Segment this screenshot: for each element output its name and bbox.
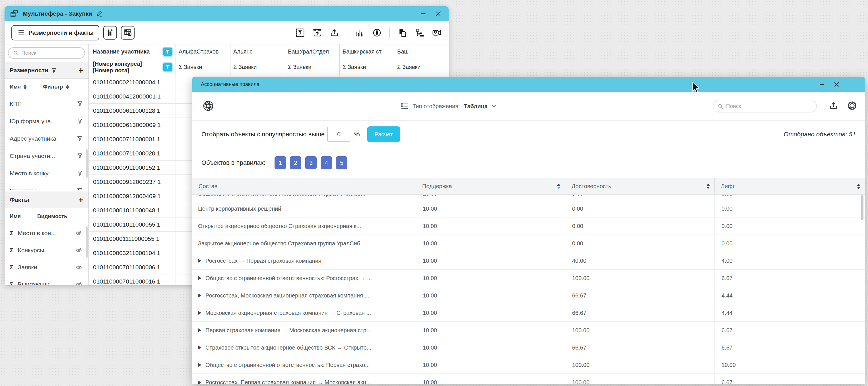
filter-icon[interactable]: [77, 153, 83, 159]
column-group-header[interactable]: БашУралОтдел: [285, 44, 339, 59]
expand-arrow-icon[interactable]: [198, 363, 202, 367]
sort-filter-icon[interactable]: [66, 85, 69, 89]
measure-header[interactable]: Σ Заявки: [285, 59, 339, 75]
dimensions-facts-button[interactable]: Размерности и факты: [11, 25, 99, 40]
sort-support-icon[interactable]: [557, 184, 560, 189]
filter-icon[interactable]: [77, 170, 83, 176]
column-header-composition[interactable]: Состав: [192, 178, 416, 195]
dimension-item[interactable]: Юр.форма уча...: [5, 113, 89, 130]
expand-arrow-icon[interactable]: [198, 381, 202, 384]
fact-item[interactable]: Σ Выигравши...: [5, 276, 89, 285]
popularity-input[interactable]: [328, 127, 350, 142]
export-icon[interactable]: [829, 101, 838, 111]
rule-size-button-1[interactable]: 1: [275, 156, 286, 169]
expand-arrow-icon[interactable]: [198, 294, 202, 297]
edit-title-icon[interactable]: [96, 10, 103, 17]
filter-area-icon[interactable]: [296, 28, 305, 37]
table-layout-button[interactable]: [121, 26, 134, 39]
table-row-clipped-bottom[interactable]: Росгосстрах, Первая страховая компания →…: [192, 374, 865, 384]
sort-name-icon[interactable]: [24, 85, 27, 89]
measure-header[interactable]: Σ Заявки: [339, 59, 394, 75]
hierarchy-icon[interactable]: [415, 28, 424, 37]
dialog-search[interactable]: [713, 100, 817, 113]
camera-eye-icon[interactable]: [432, 28, 442, 37]
table-row[interactable]: Центр корпоративных решений 10.00 0.00 0…: [192, 200, 865, 217]
dialog-search-input[interactable]: [726, 103, 812, 109]
eye-off-icon[interactable]: [75, 248, 82, 253]
fact-item[interactable]: Σ Место в кон...: [5, 225, 89, 242]
dimension-item[interactable]: Страна участн...: [5, 147, 89, 165]
sigma-icon: Σ: [10, 281, 13, 285]
dimensions-scrollbar[interactable]: [86, 149, 88, 178]
column-width-button[interactable]: [103, 26, 117, 39]
measure-header[interactable]: Σ Заявки: [230, 59, 285, 75]
expand-arrow-icon[interactable]: [198, 311, 202, 315]
close-icon[interactable]: [435, 11, 441, 17]
close-icon[interactable]: [834, 82, 839, 87]
filter-icon[interactable]: [77, 187, 83, 190]
table-row[interactable]: Первая страховая компания → Московская а…: [192, 322, 865, 339]
add-fact-button[interactable]: +: [78, 196, 83, 204]
table-row[interactable]: Росгосстрах, Московская акционерная стра…: [192, 287, 865, 304]
filter-button[interactable]: [162, 47, 173, 57]
minimize-icon[interactable]: [820, 84, 824, 85]
minimize-icon[interactable]: [421, 13, 426, 14]
dimension-item[interactable]: Адрес участника: [5, 130, 89, 147]
column-header-confidence[interactable]: Достоверность: [565, 178, 714, 195]
display-type-dropdown[interactable]: Тип отображения: Таблица: [401, 92, 497, 121]
table-row[interactable]: Росгосстрах → Первая страховая компания …: [192, 252, 865, 270]
popularity-filter-row: Отобрать объекты с популярностью выше % …: [192, 121, 865, 148]
measure-header[interactable]: Σ Заявки: [394, 59, 448, 75]
calculate-button[interactable]: Расчет: [367, 126, 400, 142]
sidebar-search[interactable]: [8, 47, 85, 59]
dimension-item[interactable]: КПП: [5, 95, 89, 113]
table-scrollbar[interactable]: [861, 195, 863, 220]
expand-arrow-icon[interactable]: [198, 328, 202, 332]
table-row[interactable]: Открытое акционерное общество Страховая …: [192, 217, 865, 235]
fact-item[interactable]: Σ Конкурсы: [5, 242, 89, 259]
composition-cell: Общество с ограниченной ответственностью…: [206, 362, 370, 368]
sidebar-search-input[interactable]: [21, 50, 80, 56]
filter-icon[interactable]: [51, 67, 57, 73]
filter-button[interactable]: [162, 62, 173, 72]
rule-size-button-3[interactable]: 3: [305, 156, 317, 169]
facts-scrollbar[interactable]: [86, 226, 88, 258]
expand-arrow-icon[interactable]: [198, 346, 202, 350]
export-icon[interactable]: [330, 28, 339, 37]
compass-icon[interactable]: [372, 28, 381, 37]
table-row[interactable]: Общество с ограниченной ответственностью…: [192, 356, 865, 374]
sort-lift-icon[interactable]: [857, 184, 860, 189]
bar-chart-icon[interactable]: [355, 28, 365, 37]
settings-gear-icon[interactable]: [847, 100, 858, 111]
measure-header[interactable]: Σ Заявки: [176, 59, 230, 75]
column-group-header[interactable]: АльфаСтрахов: [176, 44, 230, 59]
add-dimension-button[interactable]: +: [78, 66, 83, 75]
import-to-top-icon[interactable]: [313, 28, 322, 37]
filter-icon[interactable]: [77, 136, 83, 142]
column-group-header[interactable]: Баш: [394, 44, 448, 59]
table-row[interactable]: Закрытое акционерное общество Страховая …: [192, 235, 865, 252]
sort-confidence-icon[interactable]: [706, 184, 710, 189]
fact-item[interactable]: Σ Заявки: [5, 259, 89, 276]
filter-icon[interactable]: [77, 118, 83, 124]
eye-off-icon[interactable]: [75, 282, 82, 285]
table-row-clipped[interactable]: Общество с ограниченной ответственностью…: [192, 195, 865, 200]
column-header-lift[interactable]: Лифт: [714, 178, 865, 195]
rule-size-button-2[interactable]: 2: [290, 156, 301, 169]
table-row[interactable]: Страховое открытое акционерное общество …: [192, 339, 865, 356]
filter-icon[interactable]: [77, 101, 83, 107]
column-header-support[interactable]: Поддержка: [416, 178, 565, 195]
table-row[interactable]: Общество с ограниченной ответственностью…: [192, 270, 865, 287]
eye-off-icon[interactable]: [75, 231, 82, 236]
expand-arrow-icon[interactable]: [198, 276, 202, 280]
column-group-header[interactable]: Альянс: [230, 44, 285, 59]
rule-size-button-5[interactable]: 5: [336, 156, 347, 169]
rule-size-button-4[interactable]: 4: [321, 156, 332, 169]
expand-arrow-icon[interactable]: [198, 259, 202, 263]
dimension-item[interactable]: Конкурсы: [5, 182, 89, 190]
copy-documents-icon[interactable]: [398, 28, 407, 37]
dimension-item[interactable]: Место в конку...: [5, 165, 89, 182]
eye-icon[interactable]: [75, 265, 82, 270]
column-group-header[interactable]: Башкирская ст: [339, 44, 394, 59]
table-row[interactable]: Московская акционерная страховая компани…: [192, 304, 865, 322]
